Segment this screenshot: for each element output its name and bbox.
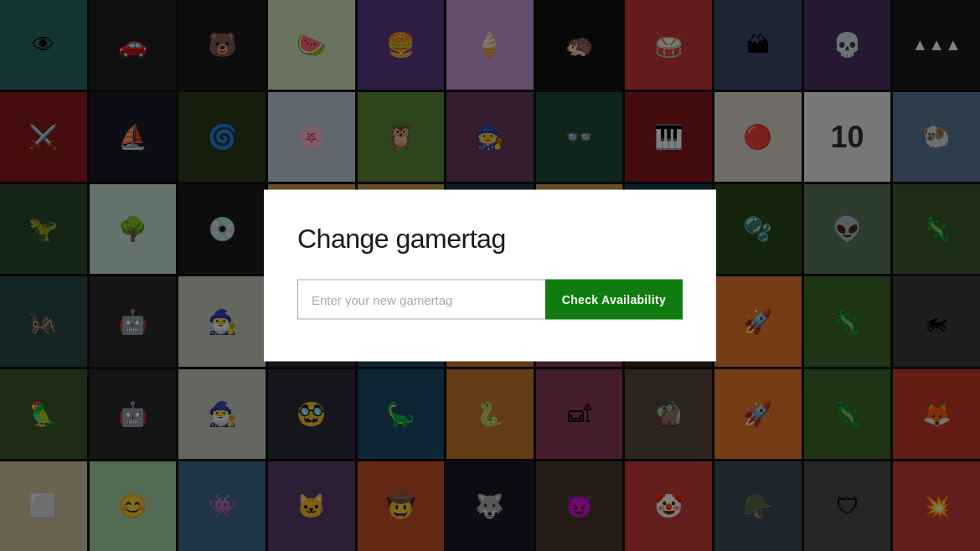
dialog-title: Change gamertag xyxy=(297,224,683,255)
check-availability-button[interactable]: Check Availability xyxy=(545,280,683,320)
dialog-input-row: Check Availability xyxy=(297,280,683,320)
gamertag-input[interactable] xyxy=(297,280,545,320)
change-gamertag-dialog: Change gamertag Check Availability xyxy=(264,190,716,362)
